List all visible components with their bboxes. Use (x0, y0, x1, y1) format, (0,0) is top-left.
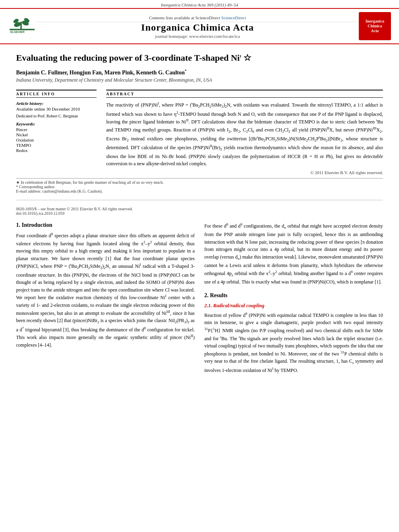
subsection-21-text: Reaction of yellow d9 (PNP)Ni with equim… (204, 311, 383, 374)
article-info-block: Article history: Available online 30 Dec… (16, 101, 97, 153)
keyword-3: Oxidation (16, 138, 97, 142)
keywords-list: Pincer Nickel Oxidation TEMPO Redox (16, 127, 97, 153)
copyright: © 2011 Elsevier B.V. All rights reserved… (106, 170, 383, 175)
journal-title: Inorganica Chimica Acta (36, 22, 359, 33)
svg-text:ELSEVIER: ELSEVIER (10, 31, 25, 34)
journal-logo-right: InorganicaChimicaActa (359, 12, 391, 40)
right-intro-para: For these d8 and d9 configurations, the … (204, 222, 383, 286)
keyword-4: TEMPO (16, 143, 97, 148)
top-bar: Inorganica Chimica Acta 369 (2011) 49–54 (0, 0, 399, 8)
keyword-5: Redox (16, 148, 97, 153)
journal-header-center: Contents lists available at ScienceDirec… (36, 14, 359, 39)
article-info-column: ARTICLE INFO Article history: Available … (16, 90, 97, 175)
available-online: Available online 30 December 2010 (16, 107, 97, 111)
elsevier-logo-icon: ELSEVIER (8, 18, 36, 34)
abstract-label: ABSTRACT (106, 90, 383, 98)
results-heading: 2. Results (204, 292, 383, 299)
footnote-area: ★ In celebration of Bob Bergman, for his… (16, 178, 383, 193)
article-info-label: ARTICLE INFO (16, 90, 97, 98)
contents-line: Contents lists available at ScienceDirec… (36, 14, 359, 22)
article-container: Evaluating the reducing power of 3-coord… (0, 44, 399, 385)
elsevier-logo-area: ELSEVIER (8, 18, 36, 34)
footnote-star: ★ In celebration of Bob Bergman, for his… (16, 180, 383, 185)
body-right-column: For these d8 and d9 configurations, the … (204, 222, 383, 377)
svg-rect-0 (10, 29, 35, 31)
history-label: Article history: (16, 101, 97, 106)
issn-bar: 0020-1693/$ – see front matter © 2011 El… (16, 207, 383, 216)
article-title: Evaluating the reducing power of 3-coord… (16, 52, 383, 64)
journal-ref: Inorganica Chimica Acta 369 (2011) 49–54 (161, 2, 238, 7)
body-columns: 1. Introduction Four coordinate d8 speci… (16, 222, 383, 377)
keywords-label: Keywords: (16, 121, 97, 126)
subsection-21-heading: 2.1. Radical/radical coupling (204, 303, 383, 309)
footnote-corresponding: * Corresponding author. (16, 185, 383, 189)
journal-homepage: journal homepage: www.elsevier.com/locat… (36, 34, 359, 39)
authors: Benjamin C. Fullmer, Hongjun Fan, Maren … (16, 69, 383, 76)
intro-heading: 1. Introduction (16, 222, 195, 228)
article-info-abstract: ARTICLE INFO Article history: Available … (16, 90, 383, 175)
dedicated-to: Dedicated to Prof. Robert C. Bergman (16, 114, 97, 118)
keyword-2: Nickel (16, 132, 97, 137)
divider (16, 200, 383, 200)
intro-para-1: Four coordinate d8 species adopt a plana… (16, 232, 195, 349)
journal-header: ELSEVIER Contents lists available at Sci… (0, 8, 399, 44)
abstract-text: The reactivity of (PNP)NiI, where PNP = … (106, 101, 383, 168)
affiliation: Indiana University, Department of Chemis… (16, 77, 383, 83)
abstract-column: ABSTRACT The reactivity of (PNP)NiI, whe… (106, 90, 383, 175)
body-left-column: 1. Introduction Four coordinate d8 speci… (16, 222, 195, 377)
keyword-1: Pincer (16, 127, 97, 132)
footnote-email: E-mail address: caulton@indiana.edu (K.G… (16, 189, 383, 193)
